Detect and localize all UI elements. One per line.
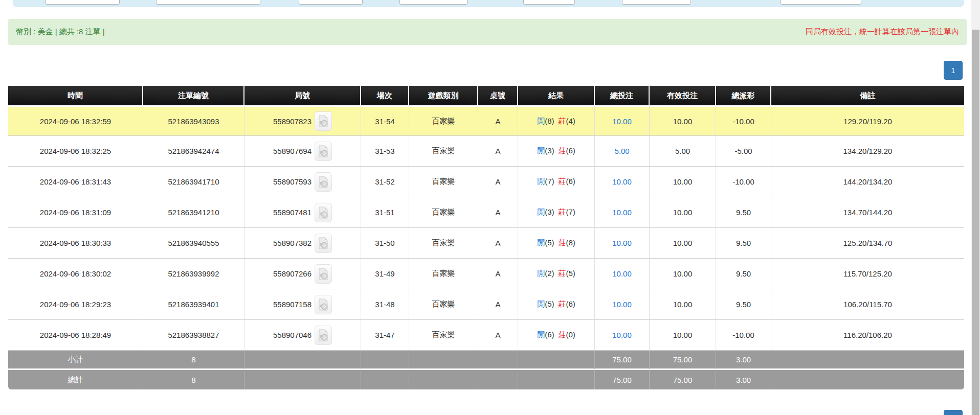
session-cell: 31-49 xyxy=(361,259,409,289)
banker-result-points: (7) xyxy=(566,208,575,216)
round-no-cell: 558907158 xyxy=(244,289,361,320)
session-cell: 31-54 xyxy=(361,105,409,136)
valid-bet-cell: 10.00 xyxy=(650,320,716,351)
video-replay-button[interactable] xyxy=(315,203,332,222)
filter-input[interactable] xyxy=(299,0,363,5)
video-replay-button[interactable] xyxy=(315,234,332,253)
round-no: 558907382 xyxy=(273,239,311,247)
video-replay-button[interactable] xyxy=(315,172,332,192)
banker-result-label: 莊 xyxy=(559,299,566,308)
banker-result-label: 莊 xyxy=(559,269,566,278)
banker-result-points: (8) xyxy=(566,238,575,247)
subtotal-count: 8 xyxy=(143,351,244,370)
player-result-label: 閒 xyxy=(537,208,545,216)
column-header-2: 注單編號 xyxy=(143,86,244,105)
table-no-cell: A xyxy=(478,259,518,289)
round-no-cell: 558907481 xyxy=(244,197,361,228)
column-header-6: 桌號 xyxy=(478,86,518,105)
game-type-cell: 百家樂 xyxy=(409,289,478,320)
round-no-cell: 558907046 xyxy=(244,320,361,351)
remark-cell: 125.20/134.70 xyxy=(771,228,964,259)
valid-bet-cell: 5.00 xyxy=(650,136,716,167)
player-result-label: 閒 xyxy=(537,269,545,278)
total-bet-link[interactable]: 10.00 xyxy=(612,117,632,126)
video-record-icon xyxy=(318,206,328,219)
banker-result-points: (6) xyxy=(566,146,575,155)
table-row: 2024-09-06 18:29:23 521863939401 5589071… xyxy=(8,289,964,320)
filter-input[interactable] xyxy=(46,0,120,5)
game-type-cell: 百家樂 xyxy=(409,167,478,197)
remark-cell: 129.20/119.20 xyxy=(771,105,964,136)
filter-input[interactable] xyxy=(781,0,861,5)
video-replay-button[interactable] xyxy=(315,111,332,131)
total-bet-link[interactable]: 10.00 xyxy=(612,239,632,247)
filter-input[interactable] xyxy=(523,0,575,5)
total-bet-cell: 10.00 xyxy=(595,259,650,289)
column-header-3: 局號 xyxy=(244,86,361,105)
result-cell: 閒(3)莊(6) xyxy=(518,136,595,167)
filter-input[interactable] xyxy=(156,0,260,5)
total-bet-link[interactable]: 5.00 xyxy=(614,147,629,155)
video-replay-button[interactable] xyxy=(315,264,332,284)
subtotal-valid-bet: 75.00 xyxy=(650,351,716,370)
total-bet-link[interactable]: 10.00 xyxy=(612,300,632,309)
player-result-label: 閒 xyxy=(537,117,545,125)
total-bet-link[interactable]: 10.00 xyxy=(612,177,632,186)
time-cell: 2024-09-06 18:28:49 xyxy=(8,320,143,351)
table-row: 2024-09-06 18:30:02 521863939992 5589072… xyxy=(8,259,964,289)
time-cell: 2024-09-06 18:29:23 xyxy=(8,289,143,320)
scrollbar-thumb[interactable] xyxy=(972,30,979,415)
total-bet-link[interactable]: 10.00 xyxy=(612,208,632,217)
game-type-cell: 百家樂 xyxy=(409,228,478,259)
player-result-points: (2) xyxy=(545,269,554,278)
banker-result-points: (4) xyxy=(566,117,575,125)
scrollbar-track[interactable] xyxy=(971,0,980,415)
time-cell: 2024-09-06 18:32:25 xyxy=(8,136,143,167)
payout-cell: -10.00 xyxy=(716,105,771,136)
game-type-cell: 百家樂 xyxy=(409,197,478,228)
banker-result-label: 莊 xyxy=(559,208,566,216)
table-no-cell: A xyxy=(478,228,518,259)
round-no: 558907046 xyxy=(273,331,311,339)
remark-cell: 116.20/106.20 xyxy=(771,320,964,351)
page-1-button[interactable]: 1 xyxy=(944,61,963,80)
round-no-cell: 558907694 xyxy=(244,136,361,167)
grandtotal-total-bet: 75.00 xyxy=(595,370,650,389)
grandtotal-count: 8 xyxy=(143,370,244,389)
filter-input[interactable] xyxy=(622,0,691,5)
round-no-cell: 558907823 xyxy=(244,105,361,136)
session-cell: 31-47 xyxy=(361,320,409,351)
total-bet-cell: 5.00 xyxy=(595,136,650,167)
remark-cell: 144.20/134.20 xyxy=(771,167,964,197)
video-replay-button[interactable] xyxy=(315,142,332,161)
table-footer: 小計 8 75.00 75.00 3.00 總計 8 75.00 75.00 3… xyxy=(8,351,964,389)
banker-result-label: 莊 xyxy=(559,117,566,125)
table-header: 時間注單編號局號場次遊戲類別桌號結果總投注有效投注總派彩備註 xyxy=(8,86,964,105)
filter-input[interactable] xyxy=(399,0,467,5)
video-record-icon xyxy=(318,115,328,127)
page-1-button[interactable]: 1 xyxy=(944,410,963,415)
player-result-points: (3) xyxy=(545,208,554,216)
payout-cell: 9.50 xyxy=(716,289,771,320)
currency-total-label: 幣別 : 美金 | 總共 :8 注單 | xyxy=(16,27,105,37)
summary-bar: 幣別 : 美金 | 總共 :8 注單 | 同局有效投注，統一計算在該局第一張注單… xyxy=(8,19,967,45)
bet-no-cell: 521863941210 xyxy=(143,197,244,228)
game-type-cell: 百家樂 xyxy=(409,320,478,351)
total-bet-cell: 10.00 xyxy=(595,289,650,320)
total-bet-link[interactable]: 10.00 xyxy=(612,269,632,278)
result-cell: 閒(2)莊(5) xyxy=(518,259,595,289)
bet-no-cell: 521863943093 xyxy=(143,105,244,136)
round-no-cell: 558907382 xyxy=(244,228,361,259)
video-replay-button[interactable] xyxy=(315,295,332,314)
table-row: 2024-09-06 18:30:33 521863940555 5589073… xyxy=(8,228,964,259)
remark-cell: 115.70/125.20 xyxy=(771,259,964,289)
video-replay-button[interactable] xyxy=(315,326,332,345)
bet-no-cell: 521863938827 xyxy=(143,320,244,351)
player-result-label: 閒 xyxy=(537,146,545,155)
column-header-5: 遊戲類別 xyxy=(409,86,478,105)
total-bet-link[interactable]: 10.00 xyxy=(612,331,632,339)
session-cell: 31-51 xyxy=(361,197,409,228)
valid-bet-cell: 10.00 xyxy=(650,197,716,228)
payout-cell: -10.00 xyxy=(716,167,771,197)
payout-cell: -10.00 xyxy=(716,320,771,351)
